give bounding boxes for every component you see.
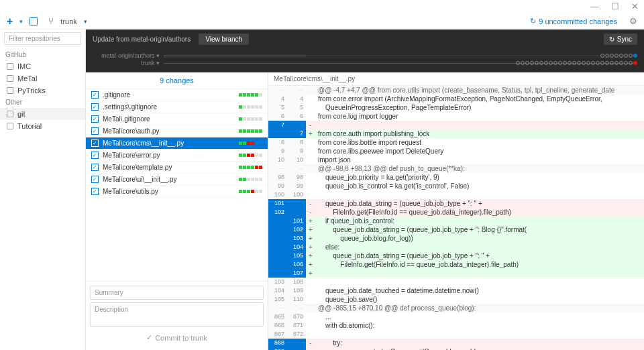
changed-file-row[interactable]: ✓MeTal\core\ui\__init__.py (86, 174, 268, 186)
sidebar-group-label: Other (0, 97, 85, 108)
sidebar-repo-item[interactable]: git (0, 108, 85, 120)
changed-file-row[interactable]: ✓.settings\.gitignore (86, 101, 268, 113)
diff-line: 102- FileInfo.get(FileInfo.id == queue_j… (268, 208, 644, 217)
diff-line: 1010import json (268, 156, 644, 164)
diff-line: 66from core.log import logger (268, 112, 644, 121)
history-graph: metal-origin/authors ▾ trunk ▾ (86, 49, 644, 72)
diff-line: 105+ queue_job.data_string = (queue_job.… (268, 251, 644, 260)
changed-file-row[interactable]: ✓MeTal\core\cms\__init__.py (86, 137, 268, 150)
refresh-icon: ↻ (530, 17, 536, 25)
changes-count: 9 changes (86, 72, 268, 89)
sidebar-repo-item[interactable]: IMC (0, 60, 85, 72)
commit-summary-input[interactable]: Summary (90, 286, 264, 300)
file-checkbox[interactable]: ✓ (91, 103, 99, 111)
diff-line: 9999 queue_job.is_control = ka.get('is_c… (268, 182, 644, 190)
toolbar: + ▾ ⑂ trunk ▾ ↻ 9 uncommitted changes ⚙ (0, 13, 644, 30)
file-checkbox[interactable]: ✓ (91, 164, 99, 171)
diff-line: 866871 with db.atomic(): (268, 321, 644, 330)
diff-line: ······@@ -865,15 +870,10 @@ def process_… (268, 304, 644, 312)
branch-name[interactable]: trunk (60, 17, 76, 25)
sync-icon: ↻ (609, 36, 614, 43)
minimize-button[interactable]: — (590, 1, 599, 12)
changed-file-row[interactable]: ✓MeTal\core\template.py (86, 162, 268, 174)
file-checkbox[interactable]: ✓ (91, 115, 99, 123)
sidebar-repo-item[interactable]: MeTal (0, 72, 85, 84)
compare-bar: Update from metal-origin/authors View br… (86, 30, 644, 49)
diff-filename: MeTal\core\cms\__init__.py (268, 72, 644, 86)
diff-line: 865870 ... (268, 312, 644, 321)
repo-sidebar: Filter repositories GitHubIMCMeTalPyTric… (0, 30, 86, 350)
changed-file-row[interactable]: ✓MeTal\core\error.py (86, 150, 268, 162)
changes-panel: 9 changes ✓.gitignore✓.settings\.gitigno… (86, 72, 268, 350)
commit-button[interactable]: ✓ Commit to trunk (90, 329, 264, 346)
window-controls: — ☐ ✕ (0, 0, 644, 13)
add-button[interactable]: + (7, 15, 13, 27)
uncommitted-link[interactable]: ↻ 9 uncommitted changes (530, 17, 617, 25)
repo-icon (30, 17, 38, 25)
diff-line: 9898 queue_job.priority = ka.get('priori… (268, 173, 644, 182)
diff-line: 88from core.libs.bottle import request (268, 138, 644, 147)
update-from-label: Update from metal-origin/authors (93, 36, 191, 43)
branch-icon: ⑂ (48, 16, 54, 26)
changed-file-row[interactable]: ✓.gitignore (86, 89, 268, 101)
diff-line: 867872 (268, 330, 644, 339)
branch-dropdown[interactable]: ▾ (84, 18, 87, 25)
diff-line: ······@@ -98,8 +98,13 @@ def push_to_que… (268, 164, 644, 173)
diff-line: 868- try: (268, 339, 644, 347)
changed-file-row[interactable]: ✓MeTal\core\utils.py (86, 186, 268, 198)
diff-line: 107+ (268, 269, 644, 278)
diff-line: 44from core.error import (ArchiveMapping… (268, 95, 644, 103)
sidebar-repo-item[interactable]: Tutorial (0, 120, 85, 132)
check-icon: ✓ (146, 333, 152, 342)
settings-icon[interactable]: ⚙ (629, 16, 637, 26)
diff-line: 869- queue_control = Queue.get(Queue.blo… (268, 347, 644, 350)
diff-view: MeTal\core\cms\__init__.py ······@@ -4,7… (268, 72, 644, 350)
diff-line: 106+ FileInfo.get(FileInfo.id == queue_j… (268, 260, 644, 269)
repo-icon (7, 63, 13, 70)
changed-file-row[interactable]: ✓MeTal\.gitignore (86, 113, 268, 125)
diff-line: 7- (268, 121, 644, 129)
repo-icon (7, 75, 13, 82)
diff-line: 101- queue_job.data_string = (queue_job.… (268, 199, 644, 208)
sidebar-repo-item[interactable]: PyTricks (0, 84, 85, 97)
file-checkbox[interactable]: ✓ (91, 127, 99, 135)
diff-line: 105110 queue_job.save() (268, 295, 644, 304)
file-checkbox[interactable]: ✓ (91, 188, 99, 195)
maximize-button[interactable]: ☐ (611, 1, 619, 12)
diff-line: 103+ queue_job.blog.for_log)) (268, 234, 644, 243)
changed-file-row[interactable]: ✓MeTal\core\auth.py (86, 125, 268, 137)
diff-line: 100100 (268, 190, 644, 199)
close-button[interactable]: ✕ (631, 1, 639, 12)
diff-line: 99from core.libs.peewee import DeleteQue… (268, 147, 644, 156)
diff-line: 104+ else: (268, 243, 644, 251)
sidebar-group-label: GitHub (0, 49, 85, 60)
repo-icon (7, 123, 13, 129)
repo-icon (7, 87, 13, 94)
diff-line: 55 QueueInProgressException, PageTemplat… (268, 103, 644, 112)
diff-line: ······@@ -4,7 +4,7 @@ from core.utils im… (268, 86, 644, 95)
file-checkbox[interactable]: ✓ (91, 176, 99, 183)
sync-button[interactable]: ↻ Sync (604, 34, 637, 45)
repo-icon (7, 111, 13, 117)
view-branch-button[interactable]: View branch (199, 34, 249, 45)
diff-line: 104109 queue_job.date_touched = datetime… (268, 286, 644, 295)
filter-repos-input[interactable]: Filter repositories (4, 32, 81, 45)
diff-line: 103108 (268, 278, 644, 286)
file-checkbox[interactable]: ✓ (91, 139, 99, 147)
diff-line: 101+ if queue_job.is_control: (268, 217, 644, 225)
add-dropdown[interactable]: ▾ (19, 18, 23, 25)
file-checkbox[interactable]: ✓ (91, 152, 99, 159)
file-checkbox[interactable]: ✓ (91, 91, 99, 99)
commit-description-input[interactable]: Description (90, 302, 264, 327)
diff-line: 7+from core.auth import publishing_lock (268, 129, 644, 138)
diff-line: 102+ queue_job.data_string = (queue_job.… (268, 225, 644, 234)
